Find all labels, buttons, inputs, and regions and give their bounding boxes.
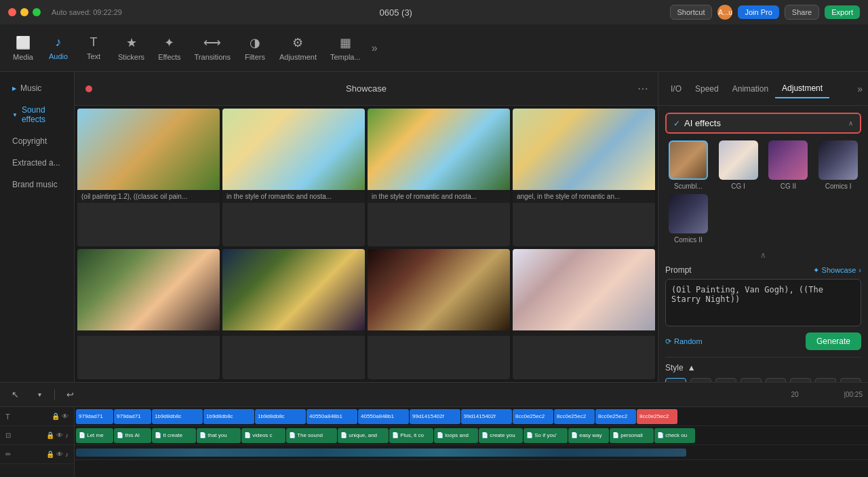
style-item-comics2[interactable]: Comics II [665, 194, 711, 244]
clip-video-10[interactable]: 8cc0e25ec2 [513, 409, 553, 424]
export-button[interactable]: Export [825, 5, 860, 19]
collapse-panel-button[interactable]: » [857, 83, 863, 94]
share-button[interactable]: Share [785, 5, 819, 20]
maximize-button[interactable] [33, 8, 41, 16]
music-label: Music [20, 83, 41, 93]
toolbar-adjustment[interactable]: ⚙ Adjustment [273, 31, 323, 65]
media-item-4[interactable]: angel, in the style of romantic an... [513, 109, 655, 246]
track3-eye-icon[interactable]: 👁 [56, 451, 63, 458]
style-section-header[interactable]: Style ▲ [665, 363, 861, 373]
ai-effects-header[interactable]: ✓ AI effects ∧ [665, 113, 861, 134]
clip-audio-7[interactable]: 📄 unique, and [338, 428, 389, 443]
toolbar-transitions[interactable]: ⟷ Transitions [188, 31, 237, 65]
clip-video-7[interactable]: 40550a848b1 [358, 409, 409, 424]
clip-video-11[interactable]: 8cc0e25ec2 [554, 409, 595, 424]
sidebar-item-copyright[interactable]: Copyright [4, 131, 70, 151]
clip-audio-1[interactable]: 📄 Let me [76, 428, 113, 443]
track2-lock-icon[interactable]: 🔒 [46, 432, 54, 439]
track1-lock-icon[interactable]: 🔒 [52, 413, 60, 420]
generate-button[interactable]: Generate [806, 332, 861, 350]
timeline-sidebar: T 🔒 👁 ⊡ 🔒 👁 ♪ ✏ 🔒 👁 ♪ [0, 407, 75, 477]
media-caption-4: angel, in the style of romantic an... [513, 190, 655, 203]
track-clips-2: 📄 Let me 📄 this AI 📄 It create 📄 that yo… [75, 426, 695, 444]
prompt-label: Prompt [665, 265, 692, 275]
timeline-content: T 🔒 👁 ⊡ 🔒 👁 ♪ ✏ 🔒 👁 ♪ [0, 407, 868, 477]
content-area: ▶ Music ▼ Sound effects Copyright Extrac… [0, 72, 868, 382]
toolbar-stickers[interactable]: ★ Stickers [111, 31, 151, 65]
media-item-7[interactable] [368, 249, 510, 379]
track3-lock-icon[interactable]: 🔒 [46, 451, 54, 458]
clip-audio-5[interactable]: 📄 videos c [241, 428, 285, 443]
clip-video-13[interactable]: 8cc0e25ec2 [637, 409, 677, 424]
sidebar-item-brand-music[interactable]: Brand music [4, 174, 70, 195]
style-item-scumbl[interactable]: Scumbl... [665, 140, 711, 190]
track1-controls: 🔒 👁 [52, 413, 68, 420]
clip-video-2[interactable]: 979dad71 [114, 409, 151, 424]
toolbar-filters[interactable]: ◑ Filters [237, 31, 273, 65]
clip-audio-13[interactable]: 📄 personali [610, 428, 654, 443]
clip-video-9[interactable]: 99d1415402f [461, 409, 512, 424]
close-button[interactable] [8, 8, 16, 16]
media-item-8[interactable] [513, 249, 655, 379]
style-item-comics1[interactable]: Comics I [815, 140, 861, 190]
join-pro-button[interactable]: Join Pro [738, 5, 778, 19]
clip-video-4[interactable]: 1b9d8db8c [203, 409, 254, 424]
media-item-6[interactable] [222, 249, 365, 379]
clip-video-3[interactable]: 1b9d8db8c [152, 409, 203, 424]
style-item-cg1[interactable]: CG I [715, 140, 762, 190]
minimize-button[interactable] [20, 8, 28, 16]
prompt-textarea[interactable]: (Oil Painting, Van Gogh), ((The Starry N… [665, 279, 861, 326]
clip-audio-11[interactable]: 📄 So if you' [524, 428, 568, 443]
clip-video-1[interactable]: 979dad71 [76, 409, 113, 424]
filters-icon: ◑ [250, 35, 260, 50]
toolbar-audio[interactable]: ♪ Audio [41, 31, 76, 64]
right-panel: I/O Speed Animation Adjustment » ✓ AI ef… [658, 72, 868, 382]
clip-audio-4[interactable]: 📄 that you [197, 428, 241, 443]
sidebar-item-sound-effects[interactable]: ▼ Sound effects [4, 100, 70, 130]
track2-eye-icon[interactable]: 👁 [56, 432, 63, 439]
undo-tool[interactable]: ↩ [60, 387, 79, 403]
media-item-2[interactable]: in the style of romantic and nosta... [222, 109, 365, 246]
sidebar-item-music[interactable]: ▶ Music [4, 78, 70, 98]
track2-audio-icon[interactable]: ♪ [65, 432, 68, 439]
track1-eye-icon[interactable]: 👁 [62, 413, 68, 420]
media-item-3[interactable]: in the style of romantic and nosta... [368, 109, 510, 246]
select-dropdown[interactable]: ▾ [30, 387, 49, 403]
clip-audio-9[interactable]: 📄 loops and [434, 428, 478, 443]
toolbar-template[interactable]: ▦ Templa... [323, 31, 368, 65]
clip-audio-2[interactable]: 📄 this AI [114, 428, 151, 443]
clip-audio-3[interactable]: 📄 It create [152, 428, 196, 443]
clip-video-6[interactable]: 40550a848b1 [307, 409, 357, 424]
style-item-cg2[interactable]: CG II [766, 140, 812, 190]
clip-video-12[interactable]: 8cc0e25ec2 [595, 409, 636, 424]
tab-animation[interactable]: Animation [726, 80, 775, 98]
style-collapse-icon[interactable]: ∧ [760, 250, 766, 260]
clip-audio-6[interactable]: 📄 The sound [286, 428, 337, 443]
toolbar-effects[interactable]: ✦ Effects [151, 31, 187, 65]
clip-video-5[interactable]: 1b9d8db8c [255, 409, 306, 424]
toolbar-media[interactable]: ⬜ Media [5, 31, 41, 65]
prompt-showcase-button[interactable]: ✦ Showcase › [813, 266, 861, 275]
clip-audio-8[interactable]: 📄 Plus, it co [389, 428, 433, 443]
media-item-5[interactable] [77, 249, 220, 379]
toolbar-text[interactable]: T Text [76, 31, 111, 64]
tab-adjustment[interactable]: Adjustment [775, 79, 829, 98]
tab-speed[interactable]: Speed [688, 80, 726, 98]
sidebar-item-extracted[interactable]: Extracted a... [4, 153, 70, 173]
timeline-tracks-area: 979dad71 979dad71 1b9d8db8c 1b9d8db8c 1b… [75, 407, 868, 477]
clip-audio-10[interactable]: 📄 create you [479, 428, 523, 443]
track3-audio-icon[interactable]: ♪ [65, 451, 68, 458]
stickers-label: Stickers [118, 53, 144, 61]
ai-effects-label: ✓ AI effects [673, 118, 721, 128]
select-tool[interactable]: ↖ [5, 387, 24, 403]
media-item-1[interactable]: (oil painting:1.2), ((classic oil pain..… [77, 109, 220, 246]
shortcut-button[interactable]: Shortcut [670, 5, 713, 20]
media-menu-icon[interactable]: ⋯ [637, 82, 648, 95]
random-button[interactable]: ⟳ Random [665, 337, 703, 346]
toolbar-separator-1 [54, 389, 55, 400]
tab-io[interactable]: I/O [664, 80, 688, 98]
clip-video-8[interactable]: 99d1415402f [410, 409, 460, 424]
clip-audio-12[interactable]: 📄 easy way [568, 428, 609, 443]
toolbar-more-button[interactable]: » [368, 42, 382, 54]
clip-audio-14[interactable]: 📄 check ou [654, 428, 695, 443]
